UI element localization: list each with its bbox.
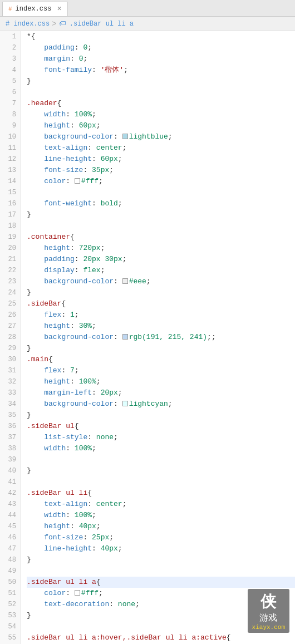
code-line[interactable]: .sideBar ul li a{	[27, 577, 295, 588]
code-line[interactable]: padding: 0;	[27, 42, 295, 53]
code-line[interactable]	[27, 87, 295, 98]
token-plain: :	[114, 131, 122, 142]
line-number: 45	[4, 521, 16, 532]
color-swatch	[122, 278, 128, 284]
token-value-num: 1	[70, 309, 75, 321]
code-line[interactable]	[27, 187, 295, 198]
code-line[interactable]: width: 100%;	[27, 109, 295, 120]
code-line[interactable]: .header{	[27, 98, 295, 109]
token-property: color	[27, 588, 66, 599]
code-line[interactable]: height: 100%;	[27, 376, 295, 387]
code-line[interactable]: .container{	[27, 232, 295, 243]
token-plain: ;	[92, 443, 96, 454]
line-number: 1	[4, 31, 16, 42]
code-line[interactable]: display: flex;	[27, 265, 295, 276]
token-property: height	[27, 243, 70, 254]
code-line[interactable]: height: 40px;	[27, 521, 295, 532]
line-number: 27	[4, 321, 16, 332]
code-content[interactable]: *{ padding: 0; margin: 0; font-family: '…	[21, 31, 295, 644]
code-line[interactable]	[27, 220, 295, 232]
code-line[interactable]: font-weight: bold;	[27, 198, 295, 209]
code-line[interactable]: }	[27, 465, 295, 476]
token-plain: :	[66, 588, 75, 599]
line-number: 53	[4, 610, 16, 621]
token-plain: }	[27, 209, 31, 220]
code-line[interactable]	[27, 476, 295, 488]
line-number: 35	[4, 410, 16, 421]
code-line[interactable]: width: 100%;	[27, 443, 295, 454]
token-plain: ;	[118, 543, 122, 554]
code-line[interactable]: flex: 1;	[27, 309, 295, 321]
code-line[interactable]: padding: 20px 30px;	[27, 254, 295, 265]
code-line[interactable]: margin: 0;	[27, 53, 295, 65]
token-value-num: 720px	[79, 243, 101, 254]
code-line[interactable]: height: 30%;	[27, 321, 295, 332]
breadcrumb-selector[interactable]: 🏷 .sideBar ul li a	[59, 19, 134, 28]
code-line[interactable]: color: #fff;	[27, 176, 295, 187]
token-selector: .header	[27, 98, 57, 109]
line-number: 14	[4, 176, 16, 187]
code-line[interactable]: .main{	[27, 354, 295, 365]
code-line[interactable]: }	[27, 287, 295, 298]
token-property: background-color	[27, 399, 114, 410]
code-line[interactable]: }	[27, 343, 295, 354]
code-line[interactable]: .sideBar ul{	[27, 421, 295, 432]
code-line[interactable]: line-height: 60px;	[27, 154, 295, 165]
line-number: 25	[4, 298, 16, 309]
token-plain: :	[70, 521, 79, 532]
code-line[interactable]: }	[27, 209, 295, 220]
code-line[interactable]: font-family: '楷体';	[27, 65, 295, 76]
watermark-text: 游戏	[252, 612, 285, 624]
line-number: 9	[4, 120, 16, 131]
code-line[interactable]: background-color: lightblue;	[27, 131, 295, 142]
code-line[interactable]: }	[27, 410, 295, 421]
code-line[interactable]: line-height: 40px;	[27, 543, 295, 554]
token-plain: ;	[122, 499, 127, 510]
line-number: 32	[4, 376, 16, 387]
color-swatch	[75, 590, 80, 596]
tab-bar: # index.css ×	[0, 0, 295, 17]
token-plain: :	[92, 65, 101, 76]
breadcrumb-file[interactable]: # index.css	[6, 20, 50, 28]
editor-tab[interactable]: # index.css ×	[2, 2, 68, 16]
line-number: 49	[4, 566, 16, 577]
code-line[interactable]: background-color: #eee;	[27, 276, 295, 287]
code-line[interactable]: background-color: rgb(191, 215, 241);;	[27, 332, 295, 343]
code-line[interactable]: text-align: center;	[27, 142, 295, 154]
token-plain: :	[87, 142, 96, 154]
token-property: color	[27, 176, 66, 187]
code-line[interactable]: }	[27, 554, 295, 566]
breadcrumb: # index.css > 🏷 .sideBar ul li a	[0, 17, 295, 31]
token-value-num: 100%	[79, 376, 96, 387]
token-plain: ;	[92, 510, 96, 521]
code-line[interactable]: .sideBar ul li a:hover,.sideBar ul li a:…	[27, 632, 295, 643]
tab-filename: index.css	[16, 5, 52, 13]
code-line[interactable]	[27, 454, 295, 465]
token-value-color: #fff	[81, 588, 99, 599]
code-line[interactable]: margin-left: 20px;	[27, 387, 295, 399]
code-line[interactable]: height: 720px;	[27, 243, 295, 254]
code-line[interactable]	[27, 566, 295, 577]
code-line[interactable]: flex: 7;	[27, 365, 295, 376]
code-line[interactable]: width: 100%;	[27, 510, 295, 521]
code-line[interactable]: background-color: lightcyan;	[27, 399, 295, 410]
code-line[interactable]: *{	[27, 31, 295, 42]
token-value-keyword: center	[96, 499, 122, 510]
tab-close-button[interactable]: ×	[57, 4, 61, 13]
line-number: 12	[4, 154, 16, 165]
token-property: font-family	[27, 65, 92, 76]
line-number: 55	[4, 632, 16, 643]
code-line[interactable]: .sideBar ul li{	[27, 488, 295, 499]
code-line[interactable]: text-align: center;	[27, 499, 295, 510]
code-line[interactable]: .sideBar{	[27, 298, 295, 309]
line-number: 42	[4, 488, 16, 499]
token-plain: :	[66, 176, 75, 187]
code-line[interactable]: }	[27, 76, 295, 87]
code-line[interactable]: height: 60px;	[27, 120, 295, 131]
line-number: 34	[4, 399, 16, 410]
code-line[interactable]: list-style: none;	[27, 432, 295, 443]
code-line[interactable]: font-size: 25px;	[27, 532, 295, 543]
token-property: width	[27, 443, 66, 454]
code-line[interactable]: font-size: 35px;	[27, 165, 295, 176]
token-plain: }	[27, 343, 31, 354]
